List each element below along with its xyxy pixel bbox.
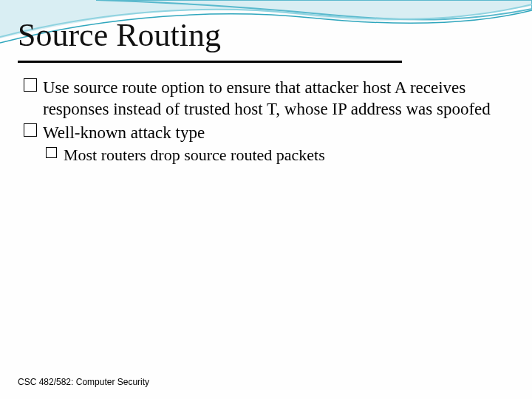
bullet-text: Use source route option to ensure that a… [43, 78, 491, 118]
bullet-level1: Use source route option to ensure that a… [24, 77, 511, 120]
square-bullet-icon [24, 123, 37, 137]
title-underline [18, 61, 402, 63]
slide-body: Use source route option to ensure that a… [24, 77, 511, 166]
bullet-level1: Well-known attack type [24, 122, 511, 143]
square-bullet-icon [24, 78, 37, 92]
slide-footer: CSC 482/582: Computer Security [18, 377, 149, 387]
square-bullet-icon [46, 147, 57, 158]
bullet-level2: Most routers drop source routed packets [46, 145, 511, 166]
bullet-text: Most routers drop source routed packets [64, 146, 325, 164]
slide-title: Source Routing [18, 16, 221, 54]
bullet-text: Well-known attack type [43, 123, 205, 142]
